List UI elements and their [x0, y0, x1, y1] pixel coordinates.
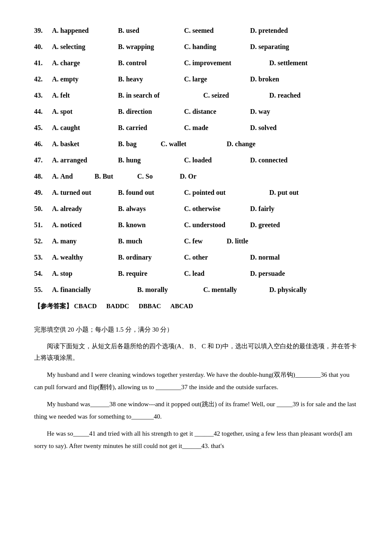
option-text: spot	[61, 107, 72, 117]
answer-key: 【参考答案】 CBACD BADDC DBBAC ABCAD	[34, 301, 358, 311]
option-letter: A.	[52, 236, 59, 246]
question-row-49: 49.A.turned outB.found outC.pointed outD…	[34, 188, 358, 198]
option-letter: B.	[118, 204, 124, 214]
option-letter: C.	[137, 171, 144, 182]
option-letter: B.	[118, 188, 124, 198]
option-a: A.spot	[52, 107, 118, 117]
question-number: 49.	[34, 188, 52, 198]
option-b: B.morally	[137, 285, 203, 295]
question-number: 46.	[34, 139, 52, 149]
option-c: C.seized	[203, 90, 269, 101]
option-text: stop	[61, 269, 72, 279]
option-letter: B.	[118, 139, 124, 149]
option-a: A.arranged	[52, 155, 118, 165]
question-row-39: 39.A.happenedB.usedC.seemedD.pretended	[34, 26, 358, 36]
question-row-55: 55.A.financiallyB.morallyC.mentallyD.phy…	[34, 285, 358, 295]
option-text: broken	[259, 74, 280, 84]
option-d: D.pretended	[250, 26, 316, 36]
question-options: A.noticedB.knownC.understoodD.greeted	[52, 220, 358, 230]
option-letter: D.	[250, 155, 257, 165]
option-letter: D.	[180, 171, 187, 182]
option-letter: C.	[184, 26, 191, 36]
option-a: A.turned out	[52, 188, 118, 198]
option-text: basket	[61, 139, 79, 149]
option-text: carried	[126, 123, 147, 133]
option-letter: B.	[118, 90, 124, 101]
option-d: D.Or	[180, 171, 222, 182]
option-letter: B.	[118, 269, 124, 279]
option-a: A.felt	[52, 90, 118, 101]
option-letter: A.	[52, 220, 59, 230]
option-text: improvement	[193, 58, 231, 68]
option-text: many	[61, 236, 77, 246]
question-options: A.happenedB.usedC.seemedD.pretended	[52, 26, 358, 36]
option-letter: D.	[269, 90, 276, 101]
option-text: loaded	[193, 155, 212, 165]
question-options: A.caughtB.carriedC.madeD.solved	[52, 123, 358, 133]
option-text: So	[146, 171, 153, 182]
option-letter: C.	[184, 58, 191, 68]
option-a: A.happened	[52, 26, 118, 36]
question-number: 51.	[34, 220, 52, 230]
question-row-45: 45.A.caughtB.carriedC.madeD.solved	[34, 123, 358, 133]
option-a: A.selecting	[52, 42, 118, 52]
question-number: 50.	[34, 204, 52, 214]
option-c: C.So	[137, 171, 180, 182]
option-a: A.wealthy	[52, 252, 118, 263]
option-text: morally	[145, 285, 168, 295]
option-text: noticed	[61, 220, 82, 230]
option-text: pointed out	[193, 188, 226, 198]
option-b: B.always	[118, 204, 184, 214]
option-text: distance	[193, 107, 216, 117]
option-letter: C.	[184, 252, 191, 263]
question-number: 47.	[34, 155, 52, 165]
option-d: D.settlement	[269, 58, 335, 68]
option-text: wrapping	[126, 42, 154, 52]
option-letter: C.	[184, 123, 191, 133]
option-text: turned out	[61, 188, 91, 198]
option-text: seized	[212, 90, 229, 101]
option-c: C.few	[184, 236, 227, 246]
option-letter: A.	[52, 90, 59, 101]
question-options: A.wealthyB.ordinaryC.otherD.normal	[52, 252, 358, 263]
option-letter: B.	[137, 285, 144, 295]
questions-container: 39.A.happenedB.usedC.seemedD.pretended40…	[34, 26, 358, 295]
option-text: way	[259, 107, 271, 117]
option-a: A.stop	[52, 269, 118, 279]
option-text: connected	[259, 155, 288, 165]
option-text: happened	[61, 26, 89, 36]
option-b: B.control	[118, 58, 184, 68]
option-text: But	[103, 171, 113, 182]
question-options: A.alreadyB.alwaysC.otherwiseD.fairly	[52, 204, 358, 214]
option-a: A.empty	[52, 74, 118, 84]
option-text: large	[193, 74, 208, 84]
option-letter: A.	[52, 252, 59, 263]
question-options: A.manyB.muchC.fewD.little	[52, 236, 358, 246]
option-d: D.persuade	[250, 269, 316, 279]
option-text: require	[126, 269, 147, 279]
option-letter: B.	[118, 74, 124, 84]
option-letter: D.	[250, 204, 257, 214]
option-text: normal	[259, 252, 280, 263]
passage-p1: My husband and I were cleaning windows t…	[34, 369, 358, 393]
option-text: in search of	[126, 90, 160, 101]
option-b: B.wrapping	[118, 42, 184, 52]
option-letter: D.	[250, 220, 257, 230]
option-letter: D.	[269, 188, 276, 198]
question-row-48: 48.A.AndB.ButC.SoD.Or	[34, 171, 358, 182]
option-c: C.large	[184, 74, 250, 84]
option-text: solved	[259, 123, 277, 133]
option-c: C.wallet	[161, 139, 227, 149]
option-text: Or	[188, 171, 197, 182]
option-letter: A.	[52, 42, 59, 52]
answer-key-g3: DBBAC	[138, 303, 161, 309]
option-letter: D.	[250, 252, 257, 263]
option-c: C.pointed out	[184, 188, 269, 198]
option-c: C.lead	[184, 269, 250, 279]
question-options: A.financiallyB.morallyC.mentallyD.physic…	[52, 285, 358, 295]
option-text: known	[126, 220, 146, 230]
option-b: B.found out	[118, 188, 184, 198]
option-text: caught	[61, 123, 80, 133]
option-text: change	[235, 139, 256, 149]
option-text: otherwise	[193, 204, 221, 214]
